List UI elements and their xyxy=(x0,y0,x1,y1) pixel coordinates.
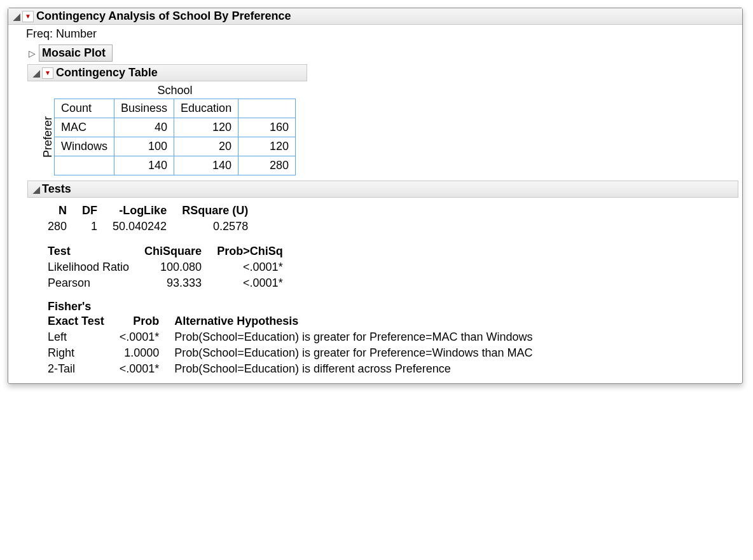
stat-n: 280 xyxy=(40,219,74,235)
t2-header-chisq: ChiSquare xyxy=(137,243,209,259)
mosaic-plot-label: Mosaic Plot xyxy=(42,46,106,60)
tests-title: Tests xyxy=(42,182,71,196)
t2-prob: <.0001* xyxy=(209,275,291,291)
table-row: Right 1.0000 Prob(School=Education) is g… xyxy=(40,345,541,361)
disclosure-closed-icon[interactable]: ▷ xyxy=(27,48,36,58)
fisher-header-prob: Prob xyxy=(112,313,167,329)
stat-header-loglike: -LogLike xyxy=(105,203,174,219)
stat-header-df: DF xyxy=(74,203,105,219)
table-row: Left <.0001* Prob(School=Education) is g… xyxy=(40,329,541,345)
fisher-name: 2-Tail xyxy=(40,361,112,377)
fisher-header-test: Exact Test xyxy=(40,313,112,329)
table-row: 2-Tail <.0001* Prob(School=Education) is… xyxy=(40,361,541,377)
row-total: 120 xyxy=(238,137,296,156)
row-label: Windows xyxy=(55,137,114,156)
table-row: Count Business Education xyxy=(55,99,296,118)
disclosure-open-icon[interactable]: ◢ xyxy=(12,11,21,22)
tests-header[interactable]: ◢ Tests xyxy=(27,181,738,198)
table-row: Pearson 93.333 <.0001* xyxy=(40,275,291,291)
t2-prob: <.0001* xyxy=(209,259,291,275)
table-row: MAC 40 120 160 xyxy=(55,118,296,137)
fisher-name: Left xyxy=(40,329,112,345)
row-label: MAC xyxy=(55,118,114,137)
table-row: 140 140 280 xyxy=(55,156,296,175)
disclosure-open-icon[interactable]: ◢ xyxy=(32,184,41,195)
col-total: 140 xyxy=(174,156,238,175)
freq-label: Freq: Number xyxy=(12,25,738,42)
fisher-prob: 1.0000 xyxy=(112,345,167,361)
row-total: 160 xyxy=(238,118,296,137)
grand-total: 280 xyxy=(238,156,296,175)
col-header: Education xyxy=(174,99,238,118)
fisher-prob: <.0001* xyxy=(112,329,167,345)
t2-name: Likelihood Ratio xyxy=(40,259,137,275)
col-total: 140 xyxy=(114,156,174,175)
stat-header-n: N xyxy=(40,203,74,219)
stat-df: 1 xyxy=(74,219,105,235)
fit-stats-table: N DF -LogLike RSquare (U) 280 1 50.04024… xyxy=(40,203,256,235)
table-row: Windows 100 20 120 xyxy=(55,137,296,156)
fisher-table: Exact Test Prob Alternative Hypothesis L… xyxy=(40,313,541,377)
fisher-alt: Prob(School=Education) is greater for Pr… xyxy=(167,345,540,361)
col-header-blank xyxy=(238,99,296,118)
t2-chisq: 93.333 xyxy=(137,275,209,291)
col-var-label: School xyxy=(54,84,296,99)
report-panel: ◢ ▼ Contingency Analysis of School By Pr… xyxy=(8,8,743,384)
t2-chisq: 100.080 xyxy=(137,259,209,275)
mosaic-plot-button[interactable]: Mosaic Plot xyxy=(39,44,113,62)
stat-rsq: 0.2578 xyxy=(174,219,256,235)
stat-loglike: 50.040242 xyxy=(105,219,174,235)
cell: 40 xyxy=(114,118,174,137)
fisher-alt: Prob(School=Education) is greater for Pr… xyxy=(167,329,540,345)
main-title: Contingency Analysis of School By Prefer… xyxy=(36,10,291,23)
row-label-blank xyxy=(55,156,114,175)
contingency-table: Count Business Education MAC 40 120 160 … xyxy=(54,99,296,175)
stat-header-rsq: RSquare (U) xyxy=(174,203,256,219)
table-row: Likelihood Ratio 100.080 <.0001* xyxy=(40,259,291,275)
tests-block: N DF -LogLike RSquare (U) 280 1 50.04024… xyxy=(40,203,738,377)
fisher-prob: <.0001* xyxy=(112,361,167,377)
fisher-title: Fisher's xyxy=(40,300,738,313)
row-var-label: Preferer xyxy=(40,116,54,158)
contingency-table-title: Contingency Table xyxy=(56,66,158,79)
main-section-header[interactable]: ◢ ▼ Contingency Analysis of School By Pr… xyxy=(8,8,742,25)
fisher-header-alt: Alternative Hypothesis xyxy=(167,313,540,329)
fisher-name: Right xyxy=(40,345,112,361)
t2-name: Pearson xyxy=(40,275,137,291)
col-header: Business xyxy=(114,99,174,118)
hotspot-menu-icon[interactable]: ▼ xyxy=(42,67,53,79)
t2-header-test: Test xyxy=(40,243,137,259)
cell: 100 xyxy=(114,137,174,156)
chisq-table: Test ChiSquare Prob>ChiSq Likelihood Rat… xyxy=(40,243,291,291)
contingency-table-block: School Preferer Count Business Education… xyxy=(40,84,738,175)
t2-header-prob: Prob>ChiSq xyxy=(209,243,291,259)
contingency-table-header[interactable]: ◢ ▼ Contingency Table xyxy=(27,64,307,81)
fisher-alt: Prob(School=Education) is different acro… xyxy=(167,361,540,377)
count-header: Count xyxy=(55,99,114,118)
disclosure-open-icon[interactable]: ◢ xyxy=(32,68,41,78)
hotspot-menu-icon[interactable]: ▼ xyxy=(22,11,34,22)
cell: 120 xyxy=(174,118,238,137)
cell: 20 xyxy=(174,137,238,156)
